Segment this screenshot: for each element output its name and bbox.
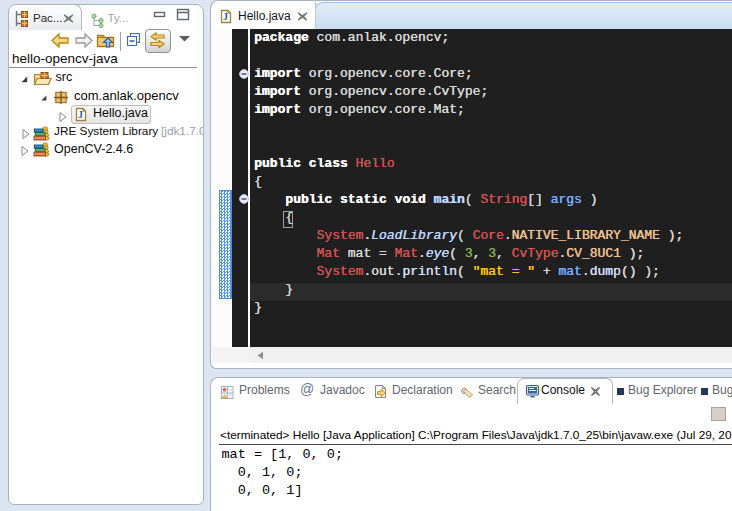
svg-text:J: J	[78, 109, 83, 120]
svg-text:J: J	[223, 11, 228, 22]
